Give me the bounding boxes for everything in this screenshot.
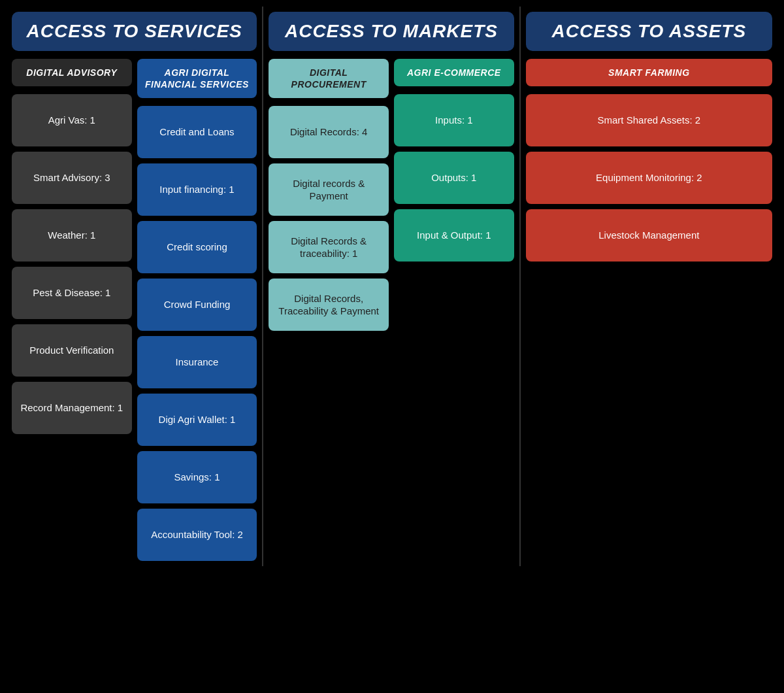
agri-ecommerce-header: AGRI E-COMMERCE	[394, 59, 514, 86]
list-item: Record Management: 1	[12, 382, 132, 434]
section-services: ACCESS TO SERVICES DIGITAL ADVISORY Agri…	[7, 7, 263, 566]
list-item: Crowd Funding	[137, 279, 257, 331]
assets-header: ACCESS TO ASSETS	[526, 12, 772, 51]
services-header: ACCESS TO SERVICES	[12, 12, 257, 51]
markets-title: ACCESS TO MARKETS	[275, 21, 507, 42]
assets-columns: SMART FARMING Smart Shared Assets: 2 Equ…	[526, 59, 772, 262]
list-item: Credit and Loans	[137, 106, 257, 158]
digital-procurement-col: DIGITAL PROCUREMENT Digital Records: 4 D…	[269, 59, 389, 331]
markets-header: ACCESS TO MARKETS	[269, 12, 514, 51]
list-item: Digital Records, Traceability & Payment	[269, 279, 389, 331]
list-item: Agri Vas: 1	[12, 94, 132, 146]
list-item: Input & Output: 1	[394, 209, 514, 262]
list-item: Inputs: 1	[394, 94, 514, 146]
agri-ecommerce-label: AGRI E-COMMERCE	[407, 67, 501, 78]
smart-farming-col: SMART FARMING Smart Shared Assets: 2 Equ…	[526, 59, 772, 262]
list-item: Digi Agri Wallet: 1	[137, 394, 257, 446]
agri-digital-finance-col: AGRI DIGITAL FINANCIAL SERVICES Credit a…	[137, 59, 257, 561]
list-item: Digital records & Payment	[269, 163, 389, 216]
markets-columns: DIGITAL PROCUREMENT Digital Records: 4 D…	[269, 59, 514, 331]
list-item: Equipment Monitoring: 2	[526, 152, 772, 204]
list-item: Input financing: 1	[137, 163, 257, 216]
assets-title: ACCESS TO ASSETS	[532, 21, 766, 42]
digital-advisory-col: DIGITAL ADVISORY Agri Vas: 1 Smart Advis…	[12, 59, 132, 561]
list-item: Outputs: 1	[394, 152, 514, 204]
list-item: Smart Shared Assets: 2	[526, 94, 772, 146]
list-item: Smart Advisory: 3	[12, 152, 132, 204]
list-item: Weather: 1	[12, 209, 132, 262]
list-item: Savings: 1	[137, 451, 257, 503]
digital-procurement-header: DIGITAL PROCUREMENT	[269, 59, 389, 98]
section-assets: ACCESS TO ASSETS SMART FARMING Smart Sha…	[521, 7, 777, 566]
list-item: Product Verification	[12, 324, 132, 377]
list-item: Livestock Management	[526, 209, 772, 262]
list-item: Pest & Disease: 1	[12, 267, 132, 319]
digital-advisory-header: DIGITAL ADVISORY	[12, 59, 132, 86]
main-grid: ACCESS TO SERVICES DIGITAL ADVISORY Agri…	[7, 7, 777, 566]
digital-advisory-label: DIGITAL ADVISORY	[26, 67, 117, 78]
agri-digital-finance-label: AGRI DIGITAL FINANCIAL SERVICES	[145, 67, 249, 90]
agri-ecommerce-col: AGRI E-COMMERCE Inputs: 1 Outputs: 1 Inp…	[394, 59, 514, 331]
list-item: Digital Records: 4	[269, 106, 389, 158]
smart-farming-label: SMART FARMING	[608, 67, 689, 78]
list-item: Credit scoring	[137, 221, 257, 273]
section-markets: ACCESS TO MARKETS DIGITAL PROCUREMENT Di…	[263, 7, 520, 566]
list-item: Insurance	[137, 336, 257, 388]
agri-digital-finance-header: AGRI DIGITAL FINANCIAL SERVICES	[137, 59, 257, 98]
services-columns: DIGITAL ADVISORY Agri Vas: 1 Smart Advis…	[12, 59, 257, 561]
smart-farming-header: SMART FARMING	[526, 59, 772, 86]
list-item: Accountability Tool: 2	[137, 509, 257, 561]
digital-procurement-label: DIGITAL PROCUREMENT	[291, 67, 367, 90]
list-item: Digital Records & traceability: 1	[269, 221, 389, 273]
services-title: ACCESS TO SERVICES	[18, 21, 250, 42]
